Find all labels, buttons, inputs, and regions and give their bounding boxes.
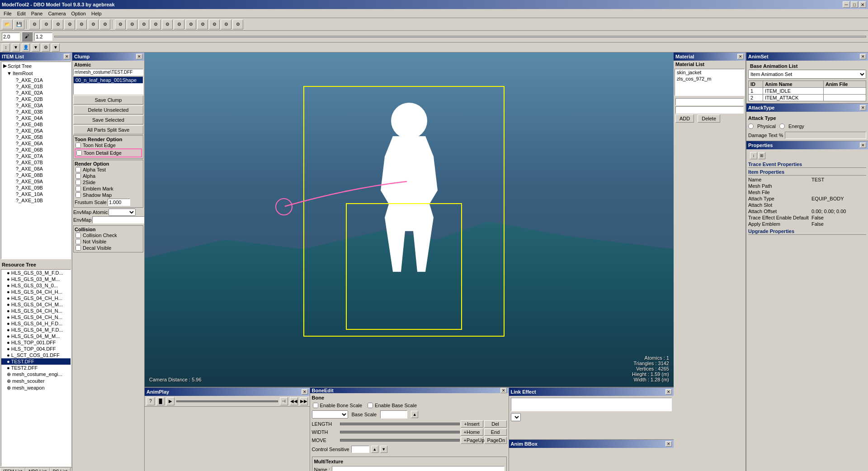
tree-item-axe01a[interactable]: ?_AXE_01A <box>10 77 71 83</box>
tree-item-axe09b[interactable]: ?_AXE_09B <box>10 185 71 191</box>
close-button[interactable]: ✕ <box>859 1 866 8</box>
decal-visible-checkbox[interactable] <box>75 245 81 251</box>
animplay-btn3[interactable]: ▶ <box>166 397 175 405</box>
control-sensitive-input[interactable] <box>351 446 369 453</box>
tree-item-axe02a[interactable]: ?_AXE_02A <box>10 90 71 96</box>
attack-type-close[interactable]: ✕ <box>860 105 866 110</box>
res-item-13[interactable]: ● HLS_TOP_004.DFF <box>1 346 71 352</box>
res-item-11[interactable]: ● HLS_GLS_04_M_M... <box>1 333 71 339</box>
toon-not-edge-checkbox[interactable] <box>75 143 81 148</box>
item-root-node[interactable]: ▼ ItemRoot <box>5 70 71 77</box>
toolbar-btn4[interactable]: ⚙ <box>41 19 52 29</box>
twoside-checkbox[interactable] <box>75 180 81 185</box>
toolbar-open-btn[interactable]: 📂 <box>2 19 13 29</box>
toolbar-btn13[interactable]: ⚙ <box>150 19 161 29</box>
tree-item-axe06b[interactable]: ?_AXE_06B <box>10 147 71 153</box>
toolbar-btn12[interactable]: ⚙ <box>138 19 149 29</box>
boneedit-close[interactable]: ✕ <box>500 388 507 393</box>
menu-option[interactable]: Option <box>69 10 89 17</box>
tree-item-axe06a[interactable]: ?_AXE_06A <box>10 140 71 147</box>
res-item-9[interactable]: ● HLS_GLS_04_H_F.D... <box>1 320 71 327</box>
linkeffect-close[interactable]: ✕ <box>665 389 672 395</box>
length-slider[interactable] <box>340 423 460 425</box>
res-item-6[interactable]: ● HLS_GLS_04_CH_M... <box>1 301 71 308</box>
clump-close[interactable]: ✕ <box>136 54 142 59</box>
res-item-test[interactable]: ● TEST.DFF <box>1 358 71 365</box>
collision-check-checkbox[interactable] <box>75 233 81 238</box>
menu-camera[interactable]: Camera <box>45 10 68 17</box>
mat-size-input[interactable] <box>675 106 744 114</box>
animset-close[interactable]: ✕ <box>860 54 866 59</box>
res-item-7[interactable]: ● HLS_GLS_04_CH_N... <box>1 308 71 314</box>
toon-detail-edge-checkbox[interactable] <box>76 150 82 156</box>
tree-item-axe03a[interactable]: ?_AXE_03A <box>10 102 71 109</box>
pageup-btn[interactable]: +PageUp <box>461 437 483 444</box>
menu-pane[interactable]: Pane <box>28 10 46 17</box>
multitex-name-input[interactable] <box>332 466 505 471</box>
animplay-btn2[interactable]: ▐▌ <box>156 397 165 405</box>
animplay-btn1[interactable]: ? <box>146 397 155 405</box>
minimize-button[interactable]: ─ <box>843 1 850 8</box>
all-parts-split-save-btn[interactable]: All Parts Split Save <box>73 125 143 134</box>
tree-item-axe10b[interactable]: ?_AXE_10B <box>10 197 71 204</box>
animplay-close[interactable]: ✕ <box>302 389 308 395</box>
menu-file[interactable]: File <box>1 10 14 17</box>
mat-add-btn[interactable]: ADD <box>675 114 694 123</box>
enable-bone-scale-checkbox[interactable] <box>313 403 318 408</box>
toolbar3-btn1[interactable]: ↕ <box>2 43 10 52</box>
toolbar3-btn4[interactable]: ▼ <box>32 43 40 52</box>
animplay-next-btn[interactable]: ▶▶ <box>300 397 308 405</box>
alpha-test-checkbox[interactable] <box>75 167 81 172</box>
res-item-2[interactable]: ● HLS_GLS_03_M_M... <box>1 276 71 282</box>
material-close[interactable]: ✕ <box>737 54 744 59</box>
animplay-timeline[interactable] <box>176 400 278 402</box>
toolbar-btn14[interactable]: ⚙ <box>162 19 173 29</box>
res-item-mesh3[interactable]: ⊕ mesh_weapon <box>1 385 71 391</box>
toolbar-btn6[interactable]: ⚙ <box>64 19 75 29</box>
linkeffect-dropdown[interactable] <box>511 413 521 421</box>
mat-item-2[interactable]: zls_cos_972_m <box>675 76 744 82</box>
alpha-checkbox[interactable] <box>75 173 81 179</box>
tree-item-axe01b[interactable]: ?_AXE_01B <box>10 83 71 90</box>
tree-item-axe05b[interactable]: ?_AXE_05B <box>10 134 71 140</box>
mat-item-1[interactable]: skin_jacket <box>675 69 744 76</box>
tree-item-axe05a[interactable]: ?_AXE_05A <box>10 128 71 134</box>
toolbar3-btn6[interactable]: ▼ <box>52 43 60 52</box>
toolbar-btn7[interactable]: ⚙ <box>76 19 87 29</box>
toolbar-btn17[interactable]: ⚙ <box>197 19 208 29</box>
enable-base-scale-checkbox[interactable] <box>368 403 373 408</box>
toolbar-btn20[interactable]: ⚙ <box>232 19 243 29</box>
tree-item-axe08b[interactable]: ?_AXE_08B <box>10 172 71 178</box>
toolbar-btn16[interactable]: ⚙ <box>185 19 196 29</box>
radio-physical[interactable] <box>748 124 754 129</box>
maximize-button[interactable]: □ <box>851 1 858 8</box>
tree-item-axe08a[interactable]: ?_AXE_08A <box>10 166 71 172</box>
menu-edit[interactable]: Edit <box>14 10 28 17</box>
toolbar3-btn5[interactable]: ⚙ <box>42 43 50 52</box>
tree-item-axe07b[interactable]: ?_AXE_07B <box>10 159 71 166</box>
toolbar-btn10[interactable]: ⚙ <box>115 19 126 29</box>
item-list-close[interactable]: ✕ <box>64 54 70 59</box>
toolbar-btn3[interactable]: ⚙ <box>29 19 40 29</box>
move-slider[interactable] <box>340 439 460 442</box>
properties-close[interactable]: ✕ <box>860 143 866 148</box>
toolbar-btn8[interactable]: ⚙ <box>88 19 99 29</box>
toolbar-btn11[interactable]: ⚙ <box>127 19 137 29</box>
mat-delete-btn[interactable]: Delete <box>698 114 720 123</box>
tab-item-list[interactable]: ITEM List <box>0 468 25 471</box>
damage-text-input[interactable] <box>785 132 866 139</box>
props-sort-btn[interactable]: ↕ <box>750 152 757 159</box>
bone-select-dropdown[interactable] <box>312 410 348 419</box>
mat-name-input[interactable] <box>675 98 744 105</box>
toolbar-value1-input[interactable]: 2.0 <box>2 33 20 41</box>
anim-bbox-close[interactable]: ✕ <box>665 441 672 447</box>
clump-mesh-list[interactable]: 00_n_leaf_heap_001Shape <box>73 76 143 95</box>
res-item-4[interactable]: ● HLS_GLS_04_CH_H... <box>1 289 71 295</box>
tree-item-axe04a[interactable]: ?_AXE_04A <box>10 115 71 121</box>
del-btn[interactable]: Del <box>484 420 507 428</box>
tab-pc-list[interactable]: PC List <box>50 468 71 471</box>
delete-unselected-btn[interactable]: Delete Unselected <box>73 105 143 114</box>
toolbar-value2-input[interactable]: 1.2 <box>34 33 52 41</box>
res-item-mesh1[interactable]: ⊕ mesh_costume_engi... <box>1 371 71 378</box>
tree-item-axe03b[interactable]: ?_AXE_03B <box>10 109 71 115</box>
